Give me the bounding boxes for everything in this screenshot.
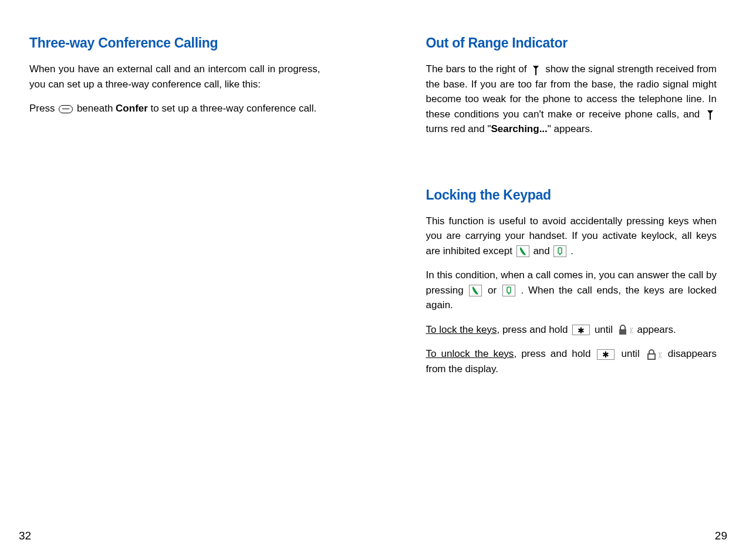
text-beneath: beneath	[74, 103, 116, 114]
left-page: Three-way Conference Calling When you ha…	[0, 0, 373, 560]
keypad-p1: This function is useful to avoid acciden…	[426, 214, 717, 259]
text-press: Press	[29, 103, 58, 114]
kp3-c: appears.	[637, 324, 676, 335]
keypad-p2: In this condition, when a call comes in,…	[426, 268, 717, 313]
heading-conference: Three-way Conference Calling	[29, 35, 320, 51]
conference-intro: When you have an external call and an in…	[29, 62, 320, 92]
svg-text:)): ))	[630, 327, 633, 333]
star-key-icon: ✱	[597, 349, 615, 360]
range-text: The bars to the right of show the signal…	[426, 62, 717, 137]
text-setup: to set up a three-way conference call.	[148, 103, 316, 114]
right-page: Out of Range Indicator The bars to the r…	[373, 0, 747, 560]
conference-step: Press beneath Confer to set up a three-w…	[29, 101, 320, 116]
svg-text:✱: ✱	[602, 350, 609, 359]
svg-rect-2	[507, 287, 511, 293]
svg-rect-0	[558, 248, 562, 254]
heading-keypad: Locking the Keypad	[426, 187, 717, 203]
antenna-icon	[706, 109, 714, 120]
softkey-icon	[59, 105, 73, 113]
keypad-p3: To lock the keys, press and hold ✱ until…	[426, 322, 717, 338]
svg-text:✱: ✱	[578, 326, 585, 335]
antenna-icon	[532, 65, 540, 75]
lock-open-icon: ))	[646, 349, 661, 360]
page-number-left: 32	[19, 529, 31, 542]
section-gap	[426, 146, 717, 187]
keypad-p4: To unlock the keys, press and hold ✱ unt…	[426, 346, 717, 376]
range-text-c: turns red and "	[426, 123, 491, 134]
range-text-a: The bars to the right of	[426, 63, 530, 75]
star-key-icon: ✱	[572, 325, 590, 335]
document-spread: Three-way Conference Calling When you ha…	[0, 0, 746, 560]
confer-label: Confer	[116, 103, 148, 114]
searching-label: Searching...	[491, 123, 547, 134]
lock-label: To lock the keys	[426, 324, 497, 335]
svg-rect-8	[648, 354, 655, 359]
heading-range: Out of Range Indicator	[426, 35, 717, 51]
kp4-b: until	[621, 348, 644, 359]
speaker-key-icon	[553, 245, 566, 257]
kp4-a: , press and hold	[514, 348, 595, 359]
kp3-b: until	[595, 324, 616, 335]
call-key-icon	[469, 285, 482, 296]
unlock-label: To unlock the keys	[426, 348, 514, 359]
kp3-a: , press and hold	[497, 324, 571, 335]
speaker-key-icon	[502, 285, 515, 296]
kp1-and: and	[533, 245, 552, 257]
kp1-b: .	[571, 245, 573, 257]
page-number-right: 29	[715, 529, 727, 542]
kp2-or: or	[488, 285, 501, 296]
svg-rect-5	[619, 329, 626, 335]
svg-text:)): ))	[659, 352, 661, 358]
range-text-d: " appears.	[548, 123, 593, 134]
lock-closed-icon: ))	[617, 324, 633, 336]
call-key-icon	[517, 245, 529, 257]
